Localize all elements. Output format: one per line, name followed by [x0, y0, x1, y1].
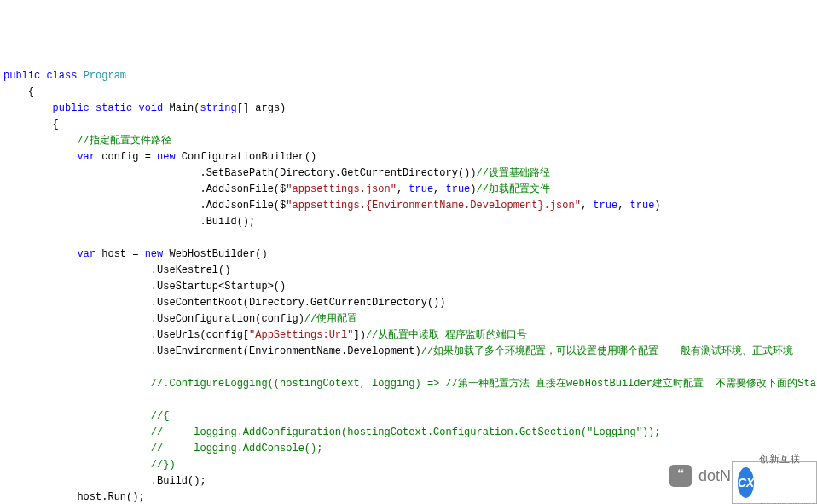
- text: .UseStartup<Startup>(): [151, 281, 286, 293]
- text: .Build();: [151, 475, 206, 487]
- text: ConfigurationBuilder(): [176, 151, 317, 163]
- comment: //加载配置文件: [477, 183, 550, 195]
- keyword: public: [3, 70, 40, 82]
- comment: //使用配置: [304, 313, 357, 325]
- keyword: void: [138, 102, 163, 114]
- keyword: var: [77, 248, 96, 260]
- string: "AppSettings:Url": [249, 329, 353, 341]
- text: .UseEnvironment(EnvironmentName.Developm…: [151, 345, 421, 357]
- text: ,: [397, 183, 408, 195]
- text: .UseConfiguration(config): [151, 313, 304, 325]
- type-name: Program: [84, 70, 126, 82]
- keyword: string: [200, 102, 236, 114]
- text: ]): [353, 329, 365, 341]
- comment: //设置基础路径: [477, 167, 550, 179]
- comment: // logging.AddConfiguration(hostingCotex…: [151, 426, 661, 438]
- corner-badge: CX 创新互联 CHUANG XIN HU LIAN: [732, 461, 817, 504]
- badge-line1: 创新互联: [759, 453, 817, 465]
- keyword: true: [408, 183, 433, 195]
- keyword: static: [96, 102, 132, 114]
- text: .UseContentRoot(Directory.GetCurrentDire…: [151, 297, 446, 309]
- wechat-icon: ❝: [669, 465, 692, 487]
- text: config =: [96, 151, 157, 163]
- badge-line2: CHUANG XIN HU LIAN: [759, 497, 817, 505]
- string: "appsettings.json": [286, 183, 397, 195]
- text: ,: [433, 183, 445, 195]
- text: .UseUrls(config[: [151, 329, 249, 341]
- comment: //.ConfigureLogging((hostingCotext, logg…: [151, 378, 817, 390]
- keyword: new: [145, 248, 164, 260]
- text: [] args): [237, 102, 287, 114]
- keyword: var: [77, 151, 96, 163]
- code-block: public class Program { public static voi…: [3, 68, 814, 504]
- text: ): [654, 200, 660, 211]
- text: host.Run();: [77, 491, 144, 503]
- text: .AddJsonFile($: [200, 183, 286, 195]
- text: host =: [96, 248, 145, 260]
- text: .SetBasePath(Directory.GetCurrentDirecto…: [200, 167, 476, 179]
- keyword: class: [46, 70, 77, 82]
- keyword: true: [593, 200, 617, 211]
- comment: //指定配置文件路径: [77, 135, 171, 147]
- keyword: new: [157, 151, 176, 163]
- keyword: true: [446, 183, 471, 195]
- text: WebHostBuilder(): [163, 248, 267, 260]
- method-name: Main(: [163, 102, 200, 114]
- comment: //如果加载了多个环境配置，可以设置使用哪个配置 一般有测试环境、正式环境: [421, 345, 794, 357]
- comment: //}): [151, 459, 176, 471]
- comment: //{: [151, 410, 170, 422]
- comment: //从配置中读取 程序监听的端口号: [366, 329, 528, 341]
- text: ,: [617, 200, 629, 211]
- string: "appsettings.{EnvironmentName.Developmen…: [286, 200, 581, 211]
- text: .UseKestrel(): [151, 264, 231, 276]
- comment: // logging.AddConsole();: [151, 443, 323, 455]
- text: .Build();: [200, 216, 255, 228]
- brace: {: [3, 119, 59, 130]
- keyword: true: [630, 200, 655, 211]
- keyword: public: [53, 102, 90, 114]
- text: ): [470, 183, 476, 195]
- text: ,: [581, 200, 593, 211]
- brace: {: [3, 86, 34, 98]
- badge-text: 创新互联 CHUANG XIN HU LIAN: [759, 420, 817, 505]
- text: .AddJsonFile($: [200, 200, 286, 211]
- badge-logo-icon: CX: [738, 467, 754, 498]
